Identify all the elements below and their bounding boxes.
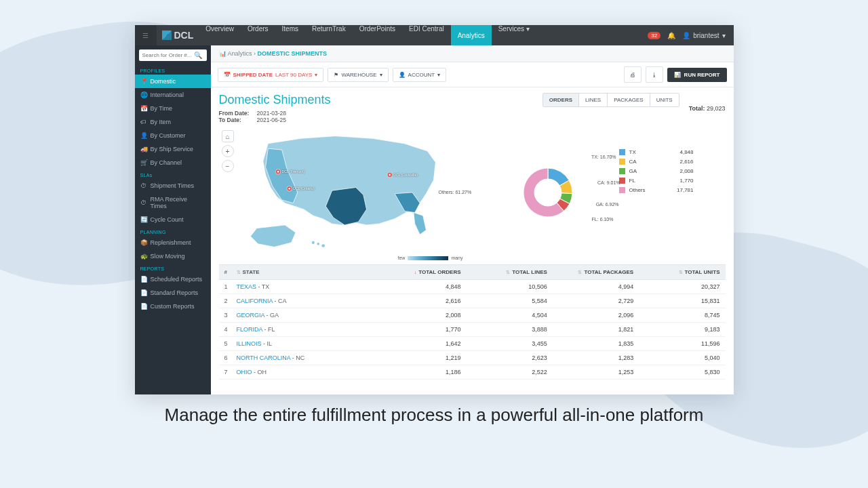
sidebar-item-by-item[interactable]: 🏷By Item bbox=[135, 115, 211, 129]
table-row[interactable]: 6NORTH CAROLINA - NC1,2192,6231,2835,040 bbox=[219, 351, 726, 365]
sidebar-item-by-time[interactable]: 📅By Time bbox=[135, 102, 211, 115]
svg-point-1 bbox=[317, 243, 319, 245]
svg-text:DCL (Louisville): DCL (Louisville) bbox=[393, 173, 418, 177]
promo-caption: Manage the entire fulfillment process in… bbox=[0, 403, 868, 427]
sidebar-icon: 📍 bbox=[140, 78, 146, 85]
person-icon: 👤 bbox=[399, 72, 406, 78]
shipped-date-filter[interactable]: 📅 SHIPPED DATE LAST 90 DAYS ▾ bbox=[218, 68, 324, 82]
nav-returntrak[interactable]: ReturnTrak bbox=[305, 25, 353, 45]
nav-overview[interactable]: Overview bbox=[199, 25, 241, 45]
table-row[interactable]: 3GEORGIA - GA2,0084,5042,0968,745 bbox=[219, 308, 726, 323]
print-icon: 🖨 bbox=[630, 72, 635, 78]
search-icon[interactable]: 🔍 bbox=[194, 52, 202, 59]
sidebar-icon: 🏷 bbox=[140, 119, 146, 125]
download-button[interactable]: ⭳ bbox=[646, 66, 663, 83]
map-legend: fewmany bbox=[397, 256, 462, 260]
svg-text:DCL (Ontario): DCL (Ontario) bbox=[293, 186, 315, 190]
top-nav: ☰ DCL OverviewOrdersItemsReturnTrakOrder… bbox=[135, 25, 734, 45]
sidebar-section: REPORTS bbox=[135, 263, 211, 272]
sidebar-item-slow-moving[interactable]: 🐢Slow Moving bbox=[135, 249, 211, 263]
bell-icon[interactable]: 🔔 bbox=[667, 32, 675, 39]
date-range: From Date:2021-03-28 To Date:2021-06-25 bbox=[219, 110, 331, 123]
sidebar-section: PROFILES bbox=[135, 65, 211, 75]
sidebar-item-international[interactable]: 🌐International bbox=[135, 88, 211, 102]
sidebar-section: SLAs bbox=[135, 169, 211, 179]
sidebar-item-by-ship-service[interactable]: 🚚By Ship Service bbox=[135, 142, 211, 156]
legend-row: GA2,008 bbox=[619, 168, 694, 174]
chart-legend: TX4,848CA2,616GA2,008FL1,770Others17,781 bbox=[619, 149, 694, 260]
sidebar-icon: 🐢 bbox=[140, 253, 146, 260]
print-button[interactable]: 🖨 bbox=[624, 66, 642, 83]
account-filter[interactable]: 👤 ACCOUNT ▾ bbox=[393, 68, 447, 82]
legend-row: TX4,848 bbox=[619, 149, 694, 155]
hamburger-icon[interactable]: ☰ bbox=[135, 25, 157, 45]
table-row[interactable]: 2CALIFORNIA - CA2,6165,5842,72915,831 bbox=[219, 294, 726, 308]
sidebar-icon: 📦 bbox=[140, 239, 146, 246]
svg-point-0 bbox=[311, 241, 314, 244]
sidebar: 🔍 PROFILES📍Domestic🌐International📅By Tim… bbox=[135, 45, 211, 394]
page-title: Domestic Shipments bbox=[219, 93, 331, 107]
svg-point-2 bbox=[321, 244, 325, 247]
map-pin-ontario[interactable] bbox=[287, 186, 292, 191]
sidebar-icon: 📅 bbox=[140, 105, 146, 112]
nav-edi-central[interactable]: EDI Central bbox=[402, 25, 451, 45]
table-row[interactable]: 1TEXAS - TX4,84810,5064,99420,327 bbox=[219, 280, 726, 294]
sidebar-icon: 🌐 bbox=[140, 92, 146, 98]
nav-items[interactable]: Items bbox=[275, 25, 305, 45]
sidebar-item-rma-receive-times[interactable]: ⏱RMA Receive Times bbox=[135, 192, 211, 213]
tab-units[interactable]: UNITS bbox=[650, 94, 679, 106]
states-table: # ⇅STATE ↓TOTAL ORDERS ⇅TOTAL LINES ⇅TOT… bbox=[219, 264, 726, 380]
sidebar-item-scheduled-reports[interactable]: 📄Scheduled Reports bbox=[135, 272, 211, 286]
sidebar-item-custom-reports[interactable]: 📄Custom Reports bbox=[135, 300, 211, 313]
tab-packages[interactable]: PACKAGES bbox=[608, 94, 650, 106]
app-window: ☰ DCL OverviewOrdersItemsReturnTrakOrder… bbox=[135, 25, 734, 394]
download-icon: ⭳ bbox=[652, 72, 657, 78]
nav-orderpoints[interactable]: OrderPoints bbox=[353, 25, 402, 45]
chevron-down-icon: ▾ bbox=[315, 72, 317, 78]
sidebar-icon: 🚚 bbox=[140, 146, 146, 152]
sidebar-item-cycle-count[interactable]: 🔄Cycle Count bbox=[135, 213, 211, 226]
sidebar-item-by-customer[interactable]: 👤By Customer bbox=[135, 129, 211, 142]
brand-logo[interactable]: DCL bbox=[157, 30, 199, 41]
table-header[interactable]: # ⇅STATE ↓TOTAL ORDERS ⇅TOTAL LINES ⇅TOT… bbox=[219, 264, 726, 280]
legend-row: CA2,616 bbox=[619, 159, 694, 165]
metric-tabs: ORDERSLINESPACKAGESUNITS bbox=[542, 93, 679, 107]
nav-analytics[interactable]: Analytics bbox=[451, 25, 492, 45]
search-input[interactable] bbox=[142, 52, 191, 58]
tab-orders[interactable]: ORDERS bbox=[543, 94, 579, 106]
nav-services-[interactable]: Services ▾ bbox=[492, 25, 536, 45]
run-report-button[interactable]: 📊 RUN REPORT bbox=[667, 68, 727, 82]
legend-row: FL1,770 bbox=[619, 178, 694, 184]
sidebar-icon: 📄 bbox=[140, 303, 146, 310]
map-pin-louisville[interactable] bbox=[387, 172, 392, 177]
warehouse-filter[interactable]: ⚑ WAREHOUSE ▾ bbox=[328, 68, 388, 82]
sidebar-icon: 🔄 bbox=[140, 216, 146, 223]
us-map[interactable]: ⌂ + − bbox=[219, 125, 477, 260]
sidebar-item-replenishment[interactable]: 📦Replenishment bbox=[135, 236, 211, 249]
table-row[interactable]: 5ILLINOIS - IL1,6423,4551,83511,596 bbox=[219, 337, 726, 351]
total-count: Total: 29,023 bbox=[689, 105, 726, 112]
user-menu[interactable]: 👤 briantest ▾ bbox=[682, 32, 725, 39]
toolbar: 📅 SHIPPED DATE LAST 90 DAYS ▾ ⚑ WAREHOUS… bbox=[211, 62, 734, 87]
map-zoom-in-button[interactable]: + bbox=[222, 145, 234, 157]
notification-badge[interactable]: 32 bbox=[648, 32, 660, 39]
tab-lines[interactable]: LINES bbox=[579, 94, 608, 106]
map-zoom-out-button[interactable]: − bbox=[222, 160, 234, 172]
table-row[interactable]: 4FLORIDA - FL1,7703,8881,8219,183 bbox=[219, 323, 726, 337]
chart-icon: 📊 bbox=[674, 72, 681, 78]
map-pin-fremont[interactable] bbox=[275, 169, 280, 174]
sidebar-item-standard-reports[interactable]: 📄Standard Reports bbox=[135, 286, 211, 300]
sidebar-icon: 🛒 bbox=[140, 159, 146, 166]
calendar-icon: 📅 bbox=[224, 72, 231, 78]
content: 📊 Analytics › DOMESTIC SHIPMENTS 📅 SHIPP… bbox=[211, 45, 734, 394]
donut-chart[interactable]: TX: 16.70% CA: 9.01% GA: 6.92% FL: 6.10%… bbox=[484, 145, 612, 260]
chart-icon: 📊 bbox=[219, 50, 226, 57]
sidebar-item-shipment-times[interactable]: ⏱Shipment Times bbox=[135, 179, 211, 192]
sidebar-item-by-channel[interactable]: 🛒By Channel bbox=[135, 156, 211, 169]
sidebar-icon: ⏱ bbox=[140, 199, 146, 206]
table-row[interactable]: 7OHIO - OH1,1862,5221,2535,830 bbox=[219, 365, 726, 380]
nav-orders[interactable]: Orders bbox=[241, 25, 275, 45]
sidebar-item-domestic[interactable]: 📍Domestic bbox=[135, 75, 211, 88]
sidebar-icon: 👤 bbox=[140, 132, 146, 139]
map-home-button[interactable]: ⌂ bbox=[222, 130, 234, 142]
